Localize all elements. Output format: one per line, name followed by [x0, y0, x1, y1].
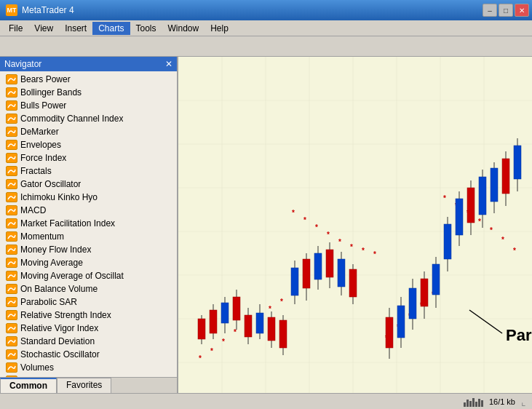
indicator-icon — [6, 87, 17, 98]
nav-item[interactable]: Envelopes — [0, 138, 177, 151]
nav-item[interactable]: Fractals — [0, 164, 177, 178]
svg-rect-66 — [326, 250, 333, 277]
maximize-button[interactable]: □ — [499, 4, 513, 17]
indicator-icon — [6, 310, 17, 320]
main-area: Navigator ✕ Bears PowerBollinger BandsBu… — [0, 57, 532, 393]
nav-item[interactable]: Standard Deviation — [0, 335, 177, 348]
svg-rect-86 — [467, 188, 475, 223]
tab-favorites[interactable]: Favorites — [57, 378, 111, 393]
svg-text:*: * — [315, 223, 318, 231]
close-button[interactable]: ✕ — [515, 4, 529, 17]
svg-rect-68 — [338, 259, 345, 287]
svg-text:*: * — [269, 305, 271, 313]
svg-rect-64 — [314, 253, 322, 279]
tab-common[interactable]: Common — [0, 378, 57, 393]
svg-rect-76 — [409, 288, 416, 319]
nav-item[interactable]: Stochastic Oscillator — [0, 348, 177, 361]
navigator-list[interactable]: Bears PowerBollinger BandsBulls PowerCom… — [0, 71, 177, 377]
nav-item[interactable]: Market Facilitation Index — [0, 217, 177, 230]
indicator-label: Relative Vigor Index — [20, 323, 98, 333]
nav-item[interactable]: Bears Power — [0, 73, 177, 86]
chart-info: 16/1 kb — [489, 397, 515, 406]
navigator-tabs: Common Favorites — [0, 377, 177, 393]
svg-text:*: * — [490, 226, 493, 234]
indicator-label: Bollinger Bands — [20, 87, 82, 98]
svg-rect-58 — [279, 320, 287, 348]
navigator-panel: Navigator ✕ Bears PowerBollinger BandsBu… — [0, 57, 178, 393]
nav-item[interactable]: Bulls Power — [0, 99, 177, 112]
nav-item[interactable]: Volumes — [0, 361, 177, 374]
menu-insert[interactable]: Insert — [59, 22, 92, 35]
indicator-label: Fractals — [20, 166, 52, 176]
indicator-icon — [6, 349, 17, 360]
nav-item[interactable]: On Balance Volume — [0, 282, 177, 295]
nav-item[interactable]: Commodity Channel Index — [0, 112, 177, 125]
indicator-icon — [6, 100, 17, 111]
nav-item[interactable]: Bollinger Bands — [0, 86, 177, 99]
svg-rect-62 — [303, 259, 310, 288]
indicator-icon — [6, 297, 17, 307]
indicator-label: Moving Average — [20, 258, 83, 268]
minimize-button[interactable]: – — [483, 4, 497, 17]
indicator-icon — [6, 114, 17, 124]
menu-view[interactable]: View — [28, 22, 59, 35]
indicator-label: Money Flow Index — [20, 245, 91, 255]
menu-file[interactable]: File — [3, 22, 28, 35]
menu-window[interactable]: Window — [162, 22, 205, 35]
title-bar-buttons: – □ ✕ — [483, 4, 529, 17]
nav-item[interactable]: Relative Strength Index — [0, 309, 177, 322]
svg-text:*: * — [199, 354, 202, 362]
menu-charts[interactable]: Charts — [92, 22, 130, 35]
svg-rect-84 — [456, 199, 463, 235]
chart-type-icon — [464, 397, 483, 407]
svg-rect-82 — [444, 224, 451, 259]
toolbar — [0, 36, 532, 57]
nav-item[interactable]: Momentum — [0, 230, 177, 243]
indicator-label: Envelopes — [20, 140, 61, 150]
indicator-icon — [6, 271, 17, 281]
svg-text:*: * — [210, 347, 213, 355]
svg-text:*: * — [338, 238, 341, 246]
nav-item[interactable]: Ichimoku Kinko Hyo — [0, 191, 177, 204]
svg-text:*: * — [327, 231, 330, 239]
chart-area: * * * * * * * * * * * * * * * * * * * — [178, 57, 532, 393]
indicator-icon — [6, 153, 17, 163]
nav-item[interactable]: Parabolic SAR — [0, 295, 177, 309]
svg-rect-80 — [432, 264, 440, 295]
indicator-label: Bulls Power — [20, 100, 66, 111]
nav-item[interactable]: Moving Average — [0, 256, 177, 269]
svg-rect-60 — [291, 268, 298, 295]
app-icon: MT — [6, 4, 17, 16]
menu-tools[interactable]: Tools — [130, 22, 162, 35]
svg-rect-54 — [256, 313, 263, 333]
svg-rect-90 — [491, 168, 498, 202]
indicator-icon — [6, 258, 17, 268]
svg-rect-56 — [268, 317, 275, 341]
svg-rect-78 — [421, 279, 428, 306]
indicator-label: Standard Deviation — [20, 336, 95, 346]
svg-rect-94 — [514, 146, 521, 179]
nav-item[interactable]: DeMarker — [0, 125, 177, 138]
navigator-close-button[interactable]: ✕ — [165, 59, 172, 69]
indicator-icon — [6, 336, 17, 346]
indicator-label: MACD — [20, 205, 46, 215]
nav-item[interactable]: Moving Average of Oscillat — [0, 269, 177, 282]
indicator-label: On Balance Volume — [20, 284, 98, 294]
nav-item[interactable]: Gator Oscillator — [0, 178, 177, 191]
indicator-icon — [6, 218, 17, 229]
indicator-label: Market Facilitation Index — [20, 218, 115, 229]
svg-text:*: * — [303, 216, 306, 224]
indicator-icon — [6, 362, 17, 373]
svg-rect-72 — [386, 317, 393, 348]
nav-item[interactable]: Money Flow Index — [0, 243, 177, 256]
menu-help[interactable]: Help — [205, 22, 234, 35]
chart-svg: * * * * * * * * * * * * * * * * * * * — [178, 57, 532, 393]
nav-item[interactable]: Force Index — [0, 151, 177, 164]
svg-rect-92 — [502, 159, 509, 194]
svg-rect-74 — [397, 306, 405, 338]
status-bar: 16/1 kb ⌞ — [0, 393, 532, 409]
indicator-label: Parabolic SAR — [20, 297, 77, 307]
indicator-icon — [6, 231, 17, 242]
nav-item[interactable]: Relative Vigor Index — [0, 322, 177, 335]
nav-item[interactable]: MACD — [0, 204, 177, 217]
